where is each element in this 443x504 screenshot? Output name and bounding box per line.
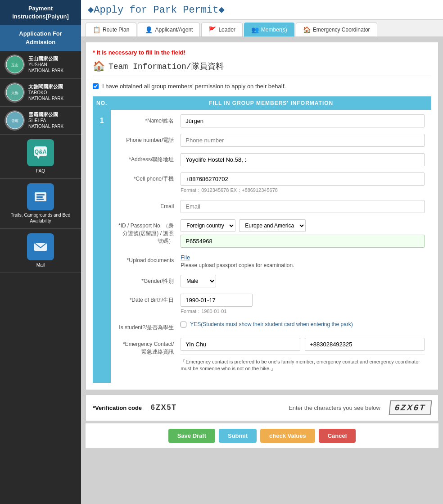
gender-row: *Gender/性別 Male Female <box>118 275 425 287</box>
park-text-yushan: 玉山國家公園 YUSHAN NATIONAL PARK <box>28 55 63 73</box>
address-input[interactable] <box>181 153 425 166</box>
student-checkbox[interactable] <box>181 322 186 327</box>
tab-members[interactable]: 👥 Member(s) <box>244 23 294 36</box>
gender-select[interactable]: Male Female <box>181 275 216 287</box>
verification-row: *Verification code 6ZX5T Enter the chara… <box>86 395 438 421</box>
dob-hint: Format：1980-01-01 <box>181 308 425 315</box>
email-row: Email <box>118 200 425 213</box>
tab-leader-label: Leader <box>218 27 235 33</box>
svg-marker-8 <box>37 156 40 159</box>
student-row: Is student?/是否為學生 YES(Students must show… <box>118 321 425 331</box>
upload-control: File Please upload passport copies for e… <box>181 254 425 268</box>
tab-applicant-agent[interactable]: 👤 Applicant/Agent <box>138 23 200 36</box>
emergency-label: *Emergency Contact/緊急連絡資訊 <box>118 338 181 356</box>
submit-button[interactable]: Submit <box>219 429 257 443</box>
id-region-select[interactable]: Europe and America Asia Other <box>239 219 306 232</box>
section-title: Team Information/隊員資料 <box>108 61 224 72</box>
cell-input[interactable] <box>181 173 425 186</box>
name-control <box>181 114 425 127</box>
park-logo-taroko: 太魯 <box>5 82 25 103</box>
park-logo-sheipa: 雪霸 <box>5 110 25 131</box>
leader-icon: 🚩 <box>208 26 216 33</box>
members-table: NO. FILL IN GROUP MEMBERS' INFORMATION 1… <box>93 96 431 383</box>
sidebar-payment[interactable]: Payment Instructions[Paiyun] <box>0 0 81 25</box>
student-label: Is student?/是否為學生 <box>118 321 181 331</box>
check-values-button[interactable]: check Values <box>260 429 315 443</box>
student-control: YES(Students must show their student car… <box>181 321 425 327</box>
mail-label: Mail <box>36 262 45 268</box>
address-control <box>181 153 425 166</box>
save-draft-button[interactable]: Save Draft <box>168 429 215 443</box>
tab-emergency-coordinator[interactable]: 🏠 Emergency Coordinator <box>296 23 377 36</box>
dob-input[interactable] <box>181 294 253 307</box>
tab-route-plan-label: Route Plan <box>103 27 129 33</box>
upload-note: Please upload passport copies for examin… <box>181 262 425 268</box>
cancel-button[interactable]: Cancel <box>319 429 356 443</box>
svg-text:雪霸: 雪霸 <box>11 119 18 123</box>
id-control: Foreign country Taiwan Europe and Americ… <box>181 219 425 248</box>
email-input[interactable] <box>181 200 425 213</box>
sidebar-park-yushan[interactable]: 玉山 玉山國家公園 YUSHAN NATIONAL PARK <box>0 51 81 79</box>
permission-checkbox[interactable] <box>93 83 99 89</box>
phone-row: Phone number/電話 <box>118 134 425 147</box>
cell-row: *Cell phone/手機 Format：0912345678 EX：+886… <box>118 173 425 194</box>
name-row: *Name/姓名 <box>118 114 425 127</box>
faq-icon: Q&A <box>27 139 54 166</box>
tab-leader[interactable]: 🚩 Leader <box>201 23 242 36</box>
gender-control: Male Female <box>181 275 425 287</box>
sidebar: Payment Instructions[Paiyun] Application… <box>0 0 81 504</box>
student-checkbox-row: YES(Students must show their student car… <box>181 321 425 327</box>
nav-tabs: 📋 Route Plan 👤 Applicant/Agent 🚩 Leader … <box>81 20 443 37</box>
dob-control: Format：1980-01-01 <box>181 294 425 315</box>
emergency-note: 「Emergency contact is preferred to be on… <box>181 354 425 372</box>
phone-label: Phone number/電話 <box>118 134 181 144</box>
address-label: *Address/聯絡地址 <box>118 153 181 163</box>
dob-label: *Date of Birth/生日 <box>118 294 181 304</box>
passport-input[interactable] <box>181 235 425 248</box>
tab-applicant-label: Applicant/Agent <box>155 27 193 33</box>
sidebar-trails[interactable]: Trails, Campgrounds and Bed Availability <box>0 179 81 229</box>
park-text-taroko: 太魯閣國家公園 TAROKO NATIONAL PARK <box>28 83 63 101</box>
verification-label: *Verification code <box>93 404 142 411</box>
cell-label: *Cell phone/手機 <box>118 173 181 183</box>
members-icon: 👥 <box>251 26 259 33</box>
upload-area: File Please upload passport copies for e… <box>181 254 425 268</box>
name-input[interactable] <box>181 114 425 127</box>
emergency-phone-input[interactable] <box>305 338 425 351</box>
sidebar-admission[interactable]: Application For Admission <box>0 25 81 50</box>
cell-hint: Format：0912345678 EX：+886912345678 <box>181 187 425 194</box>
email-label: Email <box>118 200 181 210</box>
id-country-select[interactable]: Foreign country Taiwan <box>181 219 235 232</box>
student-yes-label: YES(Students must show their student car… <box>190 321 353 327</box>
sidebar-faq[interactable]: Q&A FAQ <box>0 135 81 179</box>
emergency-control: 「Emergency contact is preferred to be on… <box>181 338 425 372</box>
id-select-group: Foreign country Taiwan Europe and Americ… <box>181 219 425 232</box>
col-fill: FILL IN GROUP MEMBERS' INFORMATION <box>111 96 431 110</box>
tab-route-plan[interactable]: 📋 Route Plan <box>86 23 136 36</box>
emergency-coordinator-icon: 🏠 <box>303 26 311 33</box>
captcha-note: Enter the characters you see below <box>289 404 380 411</box>
phone-control <box>181 134 425 147</box>
phone-input[interactable] <box>181 134 425 147</box>
route-plan-icon: 📋 <box>93 26 100 33</box>
mail-icon <box>27 233 54 260</box>
main-content: ◆Apply for Park Permit◆ 📋 Route Plan 👤 A… <box>81 0 443 504</box>
park-text-sheipa: 雪霸國家公園 SHEI-PA NATIONAL PARK <box>28 111 63 129</box>
sidebar-park-sheipa[interactable]: 雪霸 雪霸國家公園 SHEI-PA NATIONAL PARK <box>0 107 81 135</box>
svg-rect-11 <box>36 196 43 198</box>
name-label: *Name/姓名 <box>118 114 181 125</box>
sidebar-park-taroko[interactable]: 太魯 太魯閣國家公園 TAROKO NATIONAL PARK <box>0 79 81 107</box>
emergency-row: *Emergency Contact/緊急連絡資訊 「Emergency con… <box>118 338 425 372</box>
svg-rect-10 <box>36 194 45 195</box>
action-buttons: Save Draft Submit check Values Cancel <box>86 423 438 448</box>
tab-emergency-coordinator-label: Emergency Coordinator <box>313 27 370 33</box>
id-row: *ID / Passport No. （身分證號(居留證) / 護照號碼） Fo… <box>118 219 425 248</box>
upload-file-link[interactable]: File <box>181 254 190 261</box>
form-area: * It is necessary to fill in the field! … <box>86 42 438 390</box>
captcha-image: 6ZX6T <box>389 400 432 415</box>
page-header: ◆Apply for Park Permit◆ <box>81 0 443 20</box>
emergency-name-input[interactable] <box>181 338 300 351</box>
sidebar-mail[interactable]: Mail <box>0 229 81 273</box>
cell-control: Format：0912345678 EX：+886912345678 <box>181 173 425 194</box>
trails-label: Trails, Campgrounds and Bed Availability <box>2 212 79 224</box>
